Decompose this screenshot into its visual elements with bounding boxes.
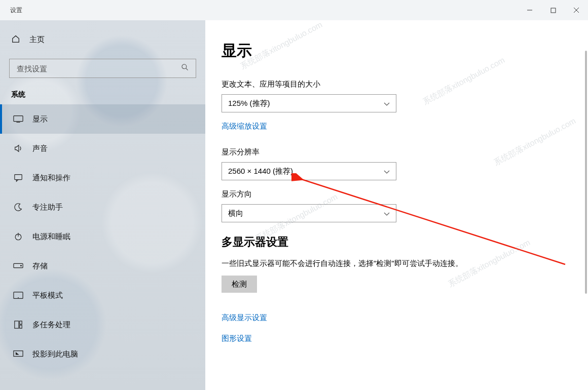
moon-icon <box>13 202 23 212</box>
tablet-icon <box>13 290 23 300</box>
sidebar-item-notifications[interactable]: 通知和操作 <box>0 163 205 192</box>
orientation-dropdown[interactable]: 横向 <box>222 204 396 222</box>
content-pane: 显示 更改文本、应用等项目的大小 125% (推荐) 高级缩放设置 显示分辨率 … <box>205 20 588 390</box>
scrollbar-thumb[interactable] <box>585 51 587 294</box>
power-icon <box>13 231 23 242</box>
resolution-dropdown[interactable]: 2560 × 1440 (推荐) <box>222 162 396 180</box>
sidebar-item-multitask[interactable]: 多任务处理 <box>0 310 205 339</box>
sidebar-item-focus[interactable]: 专注助手 <box>0 192 205 222</box>
chevron-down-icon <box>384 209 390 218</box>
sidebar-item-power[interactable]: 电源和睡眠 <box>0 222 205 251</box>
multi-monitor-heading: 多显示器设置 <box>222 235 568 250</box>
advanced-scale-link[interactable]: 高级缩放设置 <box>222 122 267 131</box>
sidebar-home-label: 主页 <box>29 35 45 45</box>
scale-label: 更改文本、应用等项目的大小 <box>222 80 568 89</box>
nav-label: 显示 <box>32 114 48 124</box>
sidebar-item-display[interactable]: 显示 <box>0 104 205 134</box>
svg-line-5 <box>186 68 188 70</box>
sidebar-item-storage[interactable]: 存储 <box>0 251 205 281</box>
sidebar-home[interactable]: 主页 <box>0 25 205 54</box>
sidebar-nav: 显示 声音 通知和操作 专注助手 电源和睡眠 存储 <box>0 104 205 369</box>
sidebar-item-sound[interactable]: 声音 <box>0 134 205 163</box>
chevron-down-icon <box>384 99 390 108</box>
vertical-scrollbar[interactable] <box>581 20 588 390</box>
multi-monitor-desc: 一些旧式显示器可能不会进行自动连接，选择"检测"即可尝试手动连接。 <box>222 259 546 268</box>
project-icon <box>13 349 23 359</box>
drive-icon <box>13 261 23 271</box>
chat-icon <box>13 173 23 183</box>
speaker-icon <box>13 143 23 153</box>
multitask-icon <box>13 320 23 330</box>
graphics-settings-link[interactable]: 图形设置 <box>222 334 568 343</box>
close-button[interactable] <box>565 0 588 20</box>
nav-label: 声音 <box>32 144 48 153</box>
svg-rect-8 <box>15 175 22 180</box>
nav-label: 平板模式 <box>32 291 63 300</box>
home-icon <box>11 34 20 45</box>
search-input[interactable] <box>9 59 196 78</box>
monitor-icon <box>13 114 23 124</box>
nav-label: 电源和睡眠 <box>32 232 70 242</box>
scale-value: 125% (推荐) <box>228 99 270 108</box>
nav-label: 通知和操作 <box>32 173 70 183</box>
maximize-button[interactable] <box>541 0 565 20</box>
resolution-label: 显示分辨率 <box>222 147 568 157</box>
watermark: 系统部落xitongbuluo.com <box>492 116 578 168</box>
nav-label: 投影到此电脑 <box>32 349 78 359</box>
svg-point-4 <box>182 64 187 69</box>
search-icon <box>181 63 189 73</box>
scale-dropdown[interactable]: 125% (推荐) <box>222 94 396 112</box>
window-controls <box>518 0 588 20</box>
minimize-button[interactable] <box>518 0 541 20</box>
svg-point-12 <box>21 265 22 266</box>
search-field[interactable] <box>9 59 196 78</box>
sidebar-item-project[interactable]: 投影到此电脑 <box>0 339 205 369</box>
titlebar: 设置 <box>0 0 588 20</box>
nav-label: 多任务处理 <box>32 320 70 330</box>
nav-label: 专注助手 <box>32 203 63 212</box>
chevron-down-icon <box>384 167 390 176</box>
svg-rect-17 <box>20 325 22 328</box>
svg-rect-15 <box>15 321 19 328</box>
svg-rect-16 <box>20 321 22 324</box>
window-title: 设置 <box>0 6 22 15</box>
detect-button[interactable]: 检测 <box>222 276 257 293</box>
nav-label: 存储 <box>32 261 48 271</box>
svg-rect-6 <box>14 116 23 122</box>
advanced-display-link[interactable]: 高级显示设置 <box>222 313 568 323</box>
svg-rect-1 <box>551 8 556 13</box>
resolution-value: 2560 × 1440 (推荐) <box>228 167 293 176</box>
orientation-value: 横向 <box>228 209 243 218</box>
page-heading: 显示 <box>222 41 568 61</box>
sidebar-item-tablet[interactable]: 平板模式 <box>0 281 205 310</box>
orientation-label: 显示方向 <box>222 189 568 199</box>
sidebar-category: 系统 <box>0 87 205 104</box>
sidebar: 主页 系统 显示 声音 通知和操作 专注助手 <box>0 20 205 390</box>
svg-rect-18 <box>14 351 23 357</box>
